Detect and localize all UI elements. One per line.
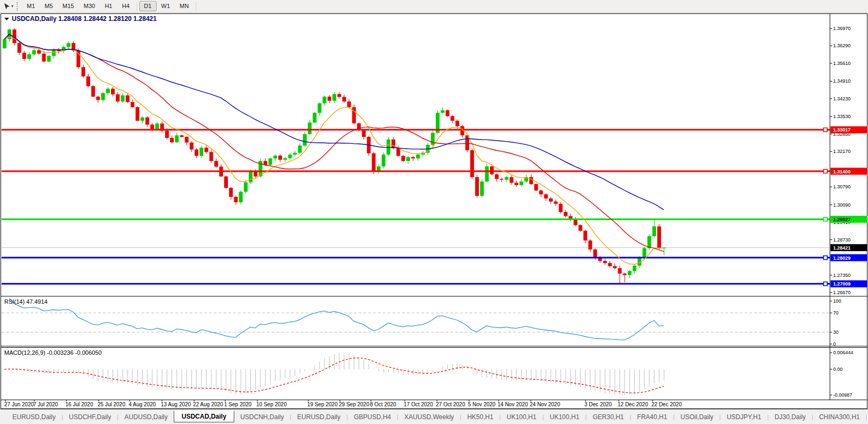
timeframe-button-d1[interactable]: D1 <box>139 1 157 11</box>
timeframe-button-mn[interactable]: MN <box>175 1 194 11</box>
macd-axis-labels: 0.0064440.00-0.00987 <box>830 350 854 398</box>
tab-usoil-daily[interactable]: USOil,Daily <box>674 412 719 422</box>
svg-text:1.30090: 1.30090 <box>833 202 851 208</box>
rsi-axis-labels: 10070300 <box>830 298 841 347</box>
svg-text:1.34230: 1.34230 <box>833 96 851 101</box>
macd-panel <box>4 353 664 395</box>
svg-text:1.36970: 1.36970 <box>833 26 851 31</box>
svg-text:1.36290: 1.36290 <box>833 43 851 48</box>
svg-text:8 Oct 2020: 8 Oct 2020 <box>370 401 396 407</box>
timeframe-button-w1[interactable]: W1 <box>157 1 175 11</box>
timeframe-button-m15[interactable]: M15 <box>58 1 79 11</box>
svg-text:30: 30 <box>833 330 839 335</box>
symbol-tab-bar: EURUSD,Daily|USDCHF,Daily|AUDUSD,DailyUS… <box>0 409 868 424</box>
tab-eurusd-daily[interactable]: EURUSD,Daily <box>291 412 346 422</box>
toolbar-grip[interactable] <box>17 2 19 11</box>
timeframe-toolbar: ▾ M1M5M15M30H1H4D1W1MN <box>0 0 868 13</box>
tab-usdjpy-h1[interactable]: USDJPY,H1 <box>721 412 767 422</box>
timeframe-button-m1[interactable]: M1 <box>22 1 40 11</box>
toolbar-separator <box>137 2 137 11</box>
svg-text:1 Sep 2020: 1 Sep 2020 <box>224 401 252 407</box>
svg-text:0.00: 0.00 <box>833 367 843 372</box>
price-axis-labels: 1.369701.362901.356101.349101.342301.335… <box>830 26 867 295</box>
h-line-handle[interactable] <box>824 256 827 260</box>
svg-text:7 Jul 2020: 7 Jul 2020 <box>33 401 58 407</box>
candles-layer <box>3 28 666 284</box>
svg-text:1.28730: 1.28730 <box>833 237 851 243</box>
svg-text:22 Dec 2020: 22 Dec 2020 <box>651 401 682 407</box>
main-price-panel <box>2 28 830 286</box>
svg-text:29 Sep 2020: 29 Sep 2020 <box>339 401 369 407</box>
pointer-tool-button[interactable]: ▾ <box>2 2 15 11</box>
svg-text:1.27009: 1.27009 <box>833 281 851 287</box>
svg-text:1.32170: 1.32170 <box>833 149 851 154</box>
tab-usdcnh-daily[interactable]: USDCNH,Daily <box>234 412 290 422</box>
h-line-handle[interactable] <box>824 170 827 173</box>
tab-china300-h1[interactable]: CHINA300,H1 <box>813 412 866 422</box>
chart-window-border <box>1 14 867 409</box>
svg-text:70: 70 <box>833 310 839 316</box>
ma-fast-line <box>4 37 664 265</box>
h-line-handle[interactable] <box>824 128 827 131</box>
rsi-line <box>9 298 664 340</box>
tab-eurusd-daily[interactable]: EURUSD,Daily <box>6 412 62 422</box>
svg-text:1.35610: 1.35610 <box>833 61 851 66</box>
chart-title-collapse-icon[interactable] <box>4 18 9 20</box>
tab-fra40-h1[interactable]: FRA40,H1 <box>631 412 673 422</box>
svg-text:17 Oct 2020: 17 Oct 2020 <box>404 401 433 407</box>
chevron-down-icon: ▾ <box>11 4 13 9</box>
svg-text:24 Nov 2020: 24 Nov 2020 <box>530 401 560 407</box>
tab-usdcad-daily[interactable]: USDCAD,Daily <box>174 411 234 422</box>
svg-text:1.34910: 1.34910 <box>833 78 851 84</box>
svg-text:19 Sep 2020: 19 Sep 2020 <box>307 401 338 407</box>
svg-text:4 Aug 2020: 4 Aug 2020 <box>129 401 156 407</box>
chart-title: USDCAD,Daily 1.28408 1.28442 1.28120 1.2… <box>12 15 157 23</box>
chart-canvas[interactable]: 1.369701.362901.356101.349101.342301.335… <box>0 13 868 409</box>
svg-text:14 Nov 2020: 14 Nov 2020 <box>498 401 528 407</box>
svg-text:10 Sep 2020: 10 Sep 2020 <box>256 401 287 407</box>
tab-uk100-h1[interactable]: UK100,H1 <box>544 412 585 422</box>
svg-text:100: 100 <box>833 298 841 304</box>
svg-text:27 Jun 2020: 27 Jun 2020 <box>4 401 34 407</box>
svg-text:1.28421: 1.28421 <box>833 245 851 251</box>
svg-text:13 Aug 2020: 13 Aug 2020 <box>161 401 191 407</box>
svg-text:16 Jul 2020: 16 Jul 2020 <box>65 401 93 407</box>
tab-xauusd-weekly[interactable]: XAUUSD,Weekly <box>398 412 459 422</box>
svg-text:27 Oct 2020: 27 Oct 2020 <box>436 401 465 407</box>
svg-text:1.28029: 1.28029 <box>833 255 851 261</box>
svg-text:1.26670: 1.26670 <box>833 290 851 295</box>
tab-uk100-h1[interactable]: UK100,H1 <box>501 412 542 422</box>
toolbar-separator <box>196 2 196 11</box>
timeframe-button-m30[interactable]: M30 <box>79 1 100 11</box>
time-axis[interactable]: 27 Jun 20207 Jul 202016 Jul 202025 Jul 2… <box>4 400 682 407</box>
tab-gbpusd-h4[interactable]: GBPUSD,H4 <box>348 412 397 422</box>
svg-text:12 Dec 2020: 12 Dec 2020 <box>618 401 648 407</box>
tab-ger30-h1[interactable]: GER30,H1 <box>587 412 629 422</box>
svg-text:3 Dec 2020: 3 Dec 2020 <box>584 401 612 407</box>
h-line-handle[interactable] <box>824 217 827 221</box>
timeframe-button-m5[interactable]: M5 <box>40 1 57 11</box>
svg-text:22 Aug 2020: 22 Aug 2020 <box>193 401 224 407</box>
svg-text:1.31400: 1.31400 <box>833 169 851 174</box>
svg-text:1.30790: 1.30790 <box>833 184 851 189</box>
svg-text:1.29527: 1.29527 <box>833 217 851 222</box>
svg-text:1.27350: 1.27350 <box>833 273 851 278</box>
svg-text:5 Nov 2020: 5 Nov 2020 <box>468 401 496 407</box>
rsi-indicator-label: RSI(14) 47.4914 <box>4 298 48 305</box>
tab-usdchf-daily[interactable]: USDCHF,Daily <box>63 412 117 422</box>
ma-slow-line <box>4 34 664 210</box>
svg-text:0.006444: 0.006444 <box>833 350 854 355</box>
timeframe-button-h4[interactable]: H4 <box>117 1 134 11</box>
svg-text:1.33017: 1.33017 <box>833 127 851 133</box>
svg-text:-0.00987: -0.00987 <box>833 392 852 398</box>
tab-audusd-daily[interactable]: AUDUSD,Daily <box>118 412 174 422</box>
pointer-icon <box>3 3 11 10</box>
rsi-panel <box>2 298 830 340</box>
timeframe-button-h1[interactable]: H1 <box>100 1 117 11</box>
macd-indicator-label: MACD(12,26,9) -0.003236 -0.006050 <box>4 349 102 356</box>
h-line-handle[interactable] <box>824 282 827 286</box>
tab-hk50-h1[interactable]: HK50,H1 <box>461 412 499 422</box>
svg-text:1.33530: 1.33530 <box>833 114 851 119</box>
svg-text:0: 0 <box>833 341 836 347</box>
tab-dj30-daily[interactable]: DJ30,Daily <box>769 412 812 422</box>
